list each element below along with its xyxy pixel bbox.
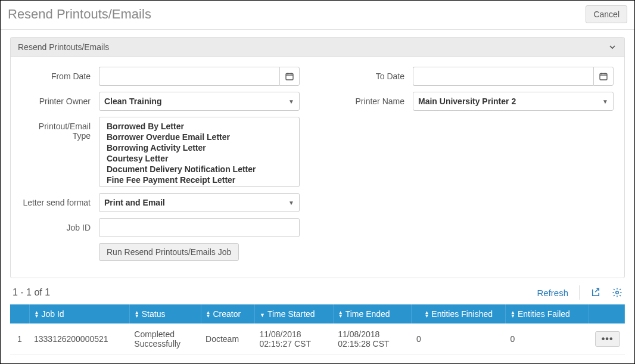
printer-owner-select[interactable]: Clean Training ▼ xyxy=(99,92,300,111)
letter-format-label: Letter send format xyxy=(21,193,99,207)
printer-name-select[interactable]: Main University Printer 2 ▼ xyxy=(413,92,614,111)
cell-index: 1 xyxy=(10,323,29,355)
export-icon[interactable] xyxy=(590,287,601,298)
col-entities-failed[interactable]: ▲▼Entities Failed xyxy=(506,304,589,323)
col-status[interactable]: ▲▼Status xyxy=(129,304,201,323)
printer-owner-label: Printer Owner xyxy=(21,92,99,106)
letter-format-value: Print and Email xyxy=(104,198,165,207)
chevron-down-icon[interactable] xyxy=(608,42,617,52)
cancel-button[interactable]: Cancel xyxy=(586,5,627,23)
run-job-button[interactable]: Run Resend Printouts/Emails Job xyxy=(99,243,239,261)
cell-time-ended: 11/08/2018 02:15:28 CST xyxy=(333,323,412,355)
col-creator[interactable]: ▲▼Creator xyxy=(201,304,255,323)
svg-rect-0 xyxy=(286,73,293,80)
divider xyxy=(579,285,580,300)
caret-down-icon: ▼ xyxy=(288,200,294,206)
printout-type-label: Printout/Email Type xyxy=(21,117,99,141)
printer-name-label: Printer Name xyxy=(335,92,413,106)
table-row: 1 1333126200000521 Completed Successfull… xyxy=(10,323,625,355)
calendar-icon[interactable] xyxy=(279,67,300,86)
from-date-label: From Date xyxy=(21,67,99,81)
list-item[interactable]: Courtesy Letter xyxy=(99,153,299,164)
filters-panel: Resend Printouts/Emails From Date xyxy=(10,37,625,278)
col-entities-finished[interactable]: ▲▼Entities Finished xyxy=(412,304,506,323)
panel-title: Resend Printouts/Emails xyxy=(18,42,109,52)
list-item[interactable]: Fine Fee Payment Receipt Letter xyxy=(99,175,299,185)
calendar-icon[interactable] xyxy=(593,67,614,86)
col-index xyxy=(10,304,29,323)
cell-creator: Docteam xyxy=(201,323,255,355)
to-date-label: To Date xyxy=(335,67,413,81)
jobs-table: ▲▼Job Id ▲▼Status ▲▼Creator ▼Time Starte… xyxy=(10,304,625,355)
list-item[interactable]: Borrower Overdue Email Letter xyxy=(99,132,299,142)
job-id-input[interactable] xyxy=(99,218,300,237)
printer-owner-value: Clean Training xyxy=(104,97,161,106)
cell-entities-failed: 0 xyxy=(506,323,589,355)
list-item[interactable]: Document Delivery Notification Letter xyxy=(99,164,299,175)
job-id-label: Job ID xyxy=(21,218,99,232)
to-date-input[interactable] xyxy=(413,67,593,86)
cell-status: Completed Successfully xyxy=(129,323,201,355)
cell-entities-finished: 0 xyxy=(412,323,506,355)
page-title: Resend Printouts/Emails xyxy=(8,7,151,22)
svg-point-2 xyxy=(616,291,619,294)
row-actions-button[interactable]: ••• xyxy=(595,331,620,347)
caret-down-icon: ▼ xyxy=(602,98,608,105)
from-date-input[interactable] xyxy=(99,67,279,86)
svg-rect-1 xyxy=(600,73,607,80)
gear-icon[interactable] xyxy=(612,287,622,298)
caret-down-icon: ▼ xyxy=(288,98,294,105)
col-actions xyxy=(589,304,625,323)
record-range: 1 - 1 of 1 xyxy=(13,287,50,298)
col-job-id[interactable]: ▲▼Job Id xyxy=(29,304,129,323)
col-time-ended[interactable]: ▲▼Time Ended xyxy=(333,304,412,323)
list-item[interactable]: Borrowing Activity Letter xyxy=(99,142,299,153)
col-time-started[interactable]: ▼Time Started xyxy=(255,304,334,323)
printer-name-value: Main University Printer 2 xyxy=(418,97,516,106)
printout-type-listbox[interactable]: Borrowed By Letter Borrower Overdue Emai… xyxy=(99,117,300,187)
list-item[interactable]: Borrowed By Letter xyxy=(99,121,299,132)
letter-format-select[interactable]: Print and Email ▼ xyxy=(99,193,300,212)
cell-job-id: 1333126200000521 xyxy=(29,323,129,355)
refresh-link[interactable]: Refresh xyxy=(537,288,568,298)
cell-time-started: 11/08/2018 02:15:27 CST xyxy=(255,323,334,355)
